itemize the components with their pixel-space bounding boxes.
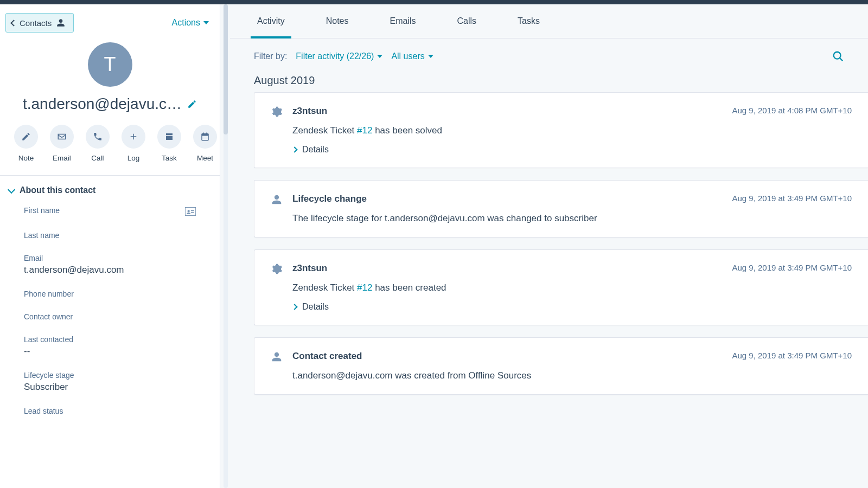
actions-label: Actions (172, 18, 200, 28)
gear-icon (271, 106, 283, 118)
pane-splitter[interactable] (220, 4, 230, 488)
owner-label: Contact owner (24, 312, 196, 321)
gear-icon (271, 263, 283, 275)
card-title: Lifecycle change (292, 194, 367, 204)
about-heading: About this contact (20, 185, 95, 195)
edit-icon[interactable] (187, 99, 197, 109)
search-icon[interactable] (832, 50, 844, 62)
details-toggle[interactable]: Details (292, 302, 329, 312)
note-icon (21, 132, 31, 142)
card-body-prefix: Zendesk Ticket (292, 125, 357, 136)
quick-action-note[interactable]: Note (14, 125, 38, 162)
filter-by-label: Filter by: (254, 52, 287, 61)
ticket-link[interactable]: #12 (357, 125, 372, 136)
details-label: Details (302, 302, 329, 312)
contact-icon (56, 18, 66, 28)
card-body: Zendesk Ticket #12 has been created (292, 282, 852, 293)
svg-point-4 (834, 52, 841, 59)
scrollbar-thumb[interactable] (224, 4, 228, 134)
lifecycle-value[interactable]: Subscriber (24, 382, 196, 393)
caret-down-icon (428, 55, 433, 58)
quick-action-task[interactable]: Task (157, 125, 181, 162)
tab-emails[interactable]: Emails (384, 4, 421, 38)
quick-action-email[interactable]: Email (50, 125, 74, 162)
window-icon (164, 132, 174, 142)
tab-tasks[interactable]: Tasks (512, 4, 545, 38)
tab-activity[interactable]: Activity (252, 4, 290, 38)
timeline-card: Contact created Aug 9, 2019 at 3:49 PM G… (254, 337, 868, 395)
tabs: Activity Notes Emails Calls Tasks (230, 4, 868, 38)
lead-status-label: Lead status (24, 407, 196, 415)
filter-activity-label: Filter activity (22/26) (296, 52, 374, 61)
filter-users-dropdown[interactable]: All users (391, 52, 433, 61)
main-panel: Activity Notes Emails Calls Tasks Filter… (230, 4, 868, 488)
contact-card-icon[interactable] (185, 207, 196, 216)
quick-actions-row: Note Email Call Log Task Meet (0, 125, 220, 175)
phone-label: Phone number (24, 290, 196, 298)
plus-icon (129, 132, 138, 142)
card-body-suffix: has been solved (372, 125, 442, 136)
avatar-initial: T (104, 53, 116, 76)
action-label: Task (162, 154, 177, 162)
contact-title: t.anderson@dejavu.c… (23, 95, 182, 113)
calendar-icon (200, 132, 210, 142)
quick-action-call[interactable]: Call (86, 125, 110, 162)
quick-action-meet[interactable]: Meet (193, 125, 217, 162)
quick-action-log[interactable]: Log (122, 125, 145, 162)
email-value[interactable]: t.anderson@dejavu.com (24, 265, 196, 275)
action-label: Email (53, 154, 71, 162)
svg-rect-3 (191, 212, 194, 213)
back-to-contacts-button[interactable]: Contacts (5, 13, 74, 33)
card-date: Aug 9, 2019 at 3:49 PM GMT+10 (732, 351, 852, 360)
timeline-card: z3ntsun Aug 9, 2019 at 4:08 PM GMT+10 Ze… (254, 92, 868, 168)
timeline-card: Lifecycle change Aug 9, 2019 at 3:49 PM … (254, 180, 868, 237)
actions-dropdown[interactable]: Actions (172, 18, 209, 28)
phone-icon (93, 132, 103, 142)
filter-users-label: All users (391, 52, 424, 61)
card-date: Aug 9, 2019 at 3:49 PM GMT+10 (732, 194, 852, 203)
timeline-month: August 2019 (230, 67, 868, 92)
last-contacted-label: Last contacted (24, 335, 196, 344)
card-title: z3ntsun (292, 106, 327, 117)
person-icon (271, 194, 283, 206)
action-label: Call (91, 154, 104, 162)
card-body: t.anderson@dejavu.com was created from O… (292, 370, 852, 381)
filter-activity-dropdown[interactable]: Filter activity (22/26) (296, 52, 382, 61)
action-label: Note (18, 154, 34, 162)
last-name-label: Last name (24, 231, 196, 240)
card-date: Aug 9, 2019 at 4:08 PM GMT+10 (732, 106, 852, 115)
card-body-prefix: Zendesk Ticket (292, 282, 357, 293)
card-date: Aug 9, 2019 at 3:49 PM GMT+10 (732, 263, 852, 272)
chevron-down-icon (8, 187, 14, 194)
action-label: Meet (197, 154, 213, 162)
timeline-card: z3ntsun Aug 9, 2019 at 3:49 PM GMT+10 Ze… (254, 249, 868, 325)
email-icon (57, 132, 67, 142)
chevron-right-icon (291, 146, 297, 152)
ticket-link[interactable]: #12 (357, 282, 372, 293)
email-label: Email (24, 254, 196, 262)
person-icon (271, 351, 283, 363)
details-label: Details (302, 145, 329, 155)
about-section-toggle[interactable]: About this contact (8, 185, 212, 195)
contact-sidebar: Contacts Actions T t.anderson@dejavu.c… … (0, 4, 220, 488)
top-bar (0, 0, 868, 4)
chevron-left-icon (11, 20, 15, 26)
card-title: Contact created (292, 351, 362, 362)
tab-notes[interactable]: Notes (321, 4, 354, 38)
svg-rect-0 (185, 208, 196, 216)
action-label: Log (127, 154, 140, 162)
chevron-right-icon (291, 304, 297, 310)
avatar: T (88, 42, 132, 87)
card-body: Zendesk Ticket #12 has been solved (292, 125, 852, 136)
svg-line-5 (840, 58, 843, 61)
details-toggle[interactable]: Details (292, 145, 329, 155)
caret-down-icon (203, 21, 209, 24)
contacts-label: Contacts (20, 18, 52, 28)
timeline-list: z3ntsun Aug 9, 2019 at 4:08 PM GMT+10 Ze… (230, 92, 868, 416)
last-contacted-value: -- (24, 346, 196, 357)
first-name-label: First name (24, 206, 60, 215)
lifecycle-label: Lifecycle stage (24, 371, 196, 380)
card-body-suffix: has been created (372, 282, 446, 293)
caret-down-icon (377, 55, 382, 58)
tab-calls[interactable]: Calls (451, 4, 482, 38)
